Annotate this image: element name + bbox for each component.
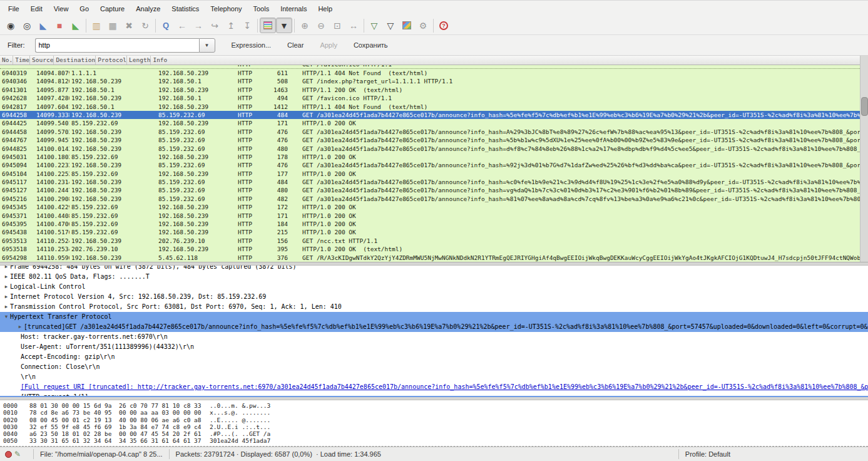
packet-row[interactable]: 6944825 14100.01432 192.168.50.239 85.15… (0, 145, 860, 153)
packet-row[interactable]: 6940319 14094.80799 1.1.1.1 192.168.50.2… (0, 69, 860, 77)
detail-tcp[interactable]: ▶ Transmission Control Protocol, Src Por… (0, 302, 868, 312)
zoom-100-button[interactable]: ⊡ (329, 18, 345, 33)
expert-info-icon[interactable] (5, 451, 12, 458)
packet-row[interactable]: 6944458 14099.57036 192.168.50.239 85.15… (0, 128, 860, 136)
menu-view[interactable]: View (49, 4, 73, 14)
column-header-protocol[interactable]: Protocol (96, 56, 127, 65)
go-back-button[interactable]: ← (174, 18, 190, 33)
detail-http[interactable]: ▼ Hypertext Transfer Protocol (0, 312, 868, 322)
detail-frame[interactable]: ▶ Frame 6944258: 484 bytes on wire (3872… (0, 266, 868, 272)
expression-button[interactable]: Expression... (232, 41, 272, 49)
packet-row[interactable]: 6945117 14100.23141 192.168.50.239 85.15… (0, 178, 860, 186)
column-header-destination[interactable]: Destination (54, 56, 96, 65)
packet-row[interactable]: 6945395 14100.47001 85.159.232.69 192.16… (0, 220, 860, 228)
detail-http-host[interactable]: Host: tracker.gay-torrents.net:6970\r\n (0, 332, 868, 342)
packet-row[interactable]: 6941301 14095.87711 192.168.50.1 192.168… (0, 86, 860, 94)
help-button[interactable]: ? (436, 18, 452, 33)
go-forward-button[interactable]: → (190, 18, 207, 33)
scrollbar-thumb[interactable] (861, 97, 868, 116)
expander-icon[interactable]: ▼ (3, 312, 10, 322)
menu-go[interactable]: Go (75, 4, 93, 14)
open-file-button[interactable]: ▥ (88, 18, 105, 33)
expander-icon[interactable]: ▶ (3, 282, 10, 292)
statusbar-profile[interactable]: Profile: Default (685, 450, 730, 458)
packet-row[interactable]: 6945216 14100.29080 192.168.50.239 85.15… (0, 195, 860, 203)
packet-row[interactable]: 6945371 14100.44082 85.159.232.69 192.16… (0, 212, 860, 220)
apply-button[interactable]: Apply (320, 41, 337, 49)
packet-row[interactable]: 6945438 14100.51762 85.159.232.69 192.16… (0, 228, 860, 236)
zoom-out-button[interactable]: ⊖ (313, 18, 329, 33)
filter-input[interactable] (35, 38, 199, 53)
expander-icon[interactable]: ▶ (3, 292, 10, 302)
menu-help[interactable]: Help (314, 4, 337, 14)
column-header-length[interactable]: Length (127, 56, 151, 65)
packet-row[interactable]: 6945104 14100.22527 85.159.232.69 192.16… (0, 170, 860, 178)
detail-http-connection[interactable]: Connection: Close\r\n (0, 362, 868, 372)
hex-row[interactable]: 0020 08 00 45 00 01 c2 19 13 40 00 80 06… (0, 417, 868, 423)
packet-row[interactable]: 6945031 14100.18022 85.159.232.69 192.16… (0, 153, 860, 161)
zoom-in-button[interactable]: ⊕ (297, 18, 313, 33)
packet-row[interactable]: 6940346 14094.81209 192.168.50.239 192.1… (0, 77, 860, 85)
go-to-top-button[interactable]: ↥ (223, 18, 239, 33)
coloring-rules-button[interactable] (399, 18, 415, 33)
capture-options-button[interactable]: ◎ (19, 18, 35, 33)
expander-icon[interactable]: ▶ (3, 266, 10, 272)
packet-row[interactable]: 6953518 14110.25343 202.76.239.10 192.16… (0, 245, 860, 253)
menu-edit[interactable]: Edit (26, 4, 47, 14)
detail-http-accept-encoding[interactable]: Accept-Encoding: gzip\r\n (0, 352, 868, 362)
hex-row[interactable]: 0010 78 cd 8e a6 73 be 40 95 00 00 aa aa… (0, 409, 868, 416)
menu-internals[interactable]: Internals (276, 4, 311, 14)
detail-http-request-line[interactable]: ▶ [truncated]GET /a301ea24d45f1ada7b4427… (0, 322, 868, 332)
stop-capture-button[interactable]: ■ (51, 18, 68, 33)
packet-row[interactable]: 6944425 14099.54015 85.159.232.69 192.16… (0, 119, 860, 127)
packet-row[interactable]: 6954298 14110.95903 192.168.50.239 5.45.… (0, 254, 860, 262)
hex-row[interactable]: 0050 33 30 31 65 61 32 34 64 34 35 66 31… (0, 437, 868, 444)
detail-llc[interactable]: ▶ Logical-Link Control (0, 282, 868, 292)
colorize-packets-toggle[interactable] (260, 18, 276, 33)
filter-combo-button[interactable]: ▼ (199, 38, 215, 53)
menu-analyze[interactable]: Analyze (131, 4, 165, 14)
detail-http-user-agent[interactable]: User-Agent: uTorrent/351(111389996)(4433… (0, 342, 868, 352)
start-capture-button[interactable]: ◣ (35, 18, 51, 33)
close-file-button[interactable]: ✖ (121, 18, 137, 33)
column-header-no[interactable]: No. (0, 56, 13, 65)
packet-row[interactable]: 6944767 14099.94571 192.168.50.239 85.15… (0, 136, 860, 144)
packet-row[interactable]: 6942817 14097.60415 192.168.50.1 192.168… (0, 103, 860, 111)
clear-button[interactable]: Clear (287, 41, 304, 49)
hex-row[interactable]: 0030 32 ef 55 9f e8 45 f6 69 1b 3a 84 e7… (0, 423, 868, 430)
packet-row[interactable]: 6945094 14100.22321 192.168.50.239 85.15… (0, 161, 860, 169)
menu-tools[interactable]: Tools (249, 4, 274, 14)
packet-row[interactable]: 6944258 14099.33382 192.168.50.239 85.15… (0, 111, 860, 119)
hex-row[interactable]: 0040 a6 23 50 18 01 02 28 be 00 00 47 45… (0, 430, 868, 437)
save-file-button[interactable]: ▦ (105, 18, 121, 33)
detail-full-request-uri[interactable]: [Full request URI [truncated]: http://tr… (0, 382, 868, 392)
find-packet-button[interactable]: Q (158, 18, 174, 33)
column-header-time[interactable]: Time (13, 56, 30, 65)
detail-ip[interactable]: ▶ Internet Protocol Version 4, Src: 192.… (0, 292, 868, 302)
save-filter-button[interactable]: Сохранить (354, 41, 388, 49)
packet-list-scrollbar[interactable] (860, 56, 868, 262)
hex-row[interactable]: 0000 88 01 30 00 00 15 6d 9a 26 c0 70 77… (0, 402, 868, 409)
packet-row[interactable]: 6945127 14100.24472 192.168.50.239 85.15… (0, 186, 860, 194)
capture-comment-icon[interactable]: ✎ (14, 450, 21, 458)
expander-icon[interactable]: ▶ (16, 322, 24, 332)
column-header-source[interactable]: Source (30, 56, 54, 65)
detail-ieee80211[interactable]: ▶ IEEE 802.11 QoS Data, Flags: .......T (0, 272, 868, 282)
expander-icon[interactable]: ▶ (3, 302, 10, 312)
list-interfaces-button[interactable]: ◉ (3, 18, 19, 33)
packet-row[interactable]: 6945345 14100.42290 85.159.232.69 192.16… (0, 203, 860, 211)
expander-icon[interactable]: ▶ (3, 272, 10, 282)
display-filters-button[interactable]: ▽ (382, 18, 399, 33)
menu-file[interactable]: File (4, 4, 24, 14)
menu-telephony[interactable]: Telephony (206, 4, 246, 14)
go-to-packet-button[interactable]: ↪ (207, 18, 223, 33)
packet-row[interactable]: 6942628 14097.42802 192.168.50.239 192.1… (0, 94, 860, 102)
packet-row[interactable]: 6953513 14110.25241 192.168.50.239 202.7… (0, 237, 860, 245)
capture-filters-button[interactable]: ▽ (366, 18, 382, 33)
menu-capture[interactable]: Capture (96, 4, 129, 14)
detail-http-crlf[interactable]: \r\n (0, 372, 868, 382)
packet-source: 192.168.50.239 (69, 145, 156, 153)
column-header-info[interactable]: Info (151, 56, 860, 65)
filter-label-button[interactable]: Filter: (5, 39, 28, 51)
menu-statistics[interactable]: Statistics (167, 4, 203, 14)
